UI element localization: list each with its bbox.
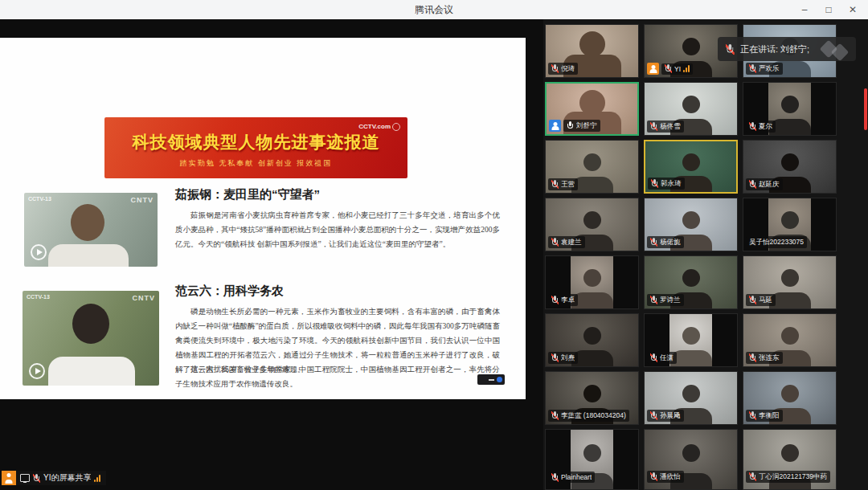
screen-icon (20, 474, 30, 482)
person-silhouette (48, 244, 129, 267)
participant-name: 刘舒宁 (576, 121, 597, 131)
person-silhouette (71, 204, 104, 241)
mic-muted-icon (651, 179, 658, 188)
mic-muted-icon (650, 472, 657, 481)
participant-tile[interactable]: 王营 (545, 140, 639, 194)
mic-muted-icon (749, 64, 756, 73)
shared-screen-stage: CCTV.com 科技领域典型人物先进事迹报道 踏实勤勉 无私奉献 创新创业 报… (0, 19, 543, 490)
person-silhouette (48, 357, 135, 386)
article2-title: 范云六：用科学务农 (175, 284, 284, 299)
mic-muted-icon (749, 180, 756, 189)
mic-muted-icon (551, 180, 559, 189)
cntv-watermark: CNTV (133, 294, 156, 302)
participant-name: 张连东 (759, 353, 780, 363)
participant-tile[interactable]: 倪琦 (545, 24, 639, 78)
participant-tile-selected[interactable]: 郭永琦 (644, 140, 738, 194)
banner-subtitle: 踏实勤勉 无私奉献 创新创业 报效祖国 (104, 158, 407, 169)
participant-tile[interactable]: 罗诗兰 (644, 255, 738, 309)
participant-name: 王营 (561, 180, 575, 190)
participant-tile[interactable]: 吴子怡202233075 (743, 198, 837, 251)
article2-video-thumbnail[interactable]: CCTV-13 CNTV (23, 291, 159, 386)
participant-name: YI (674, 65, 681, 73)
mic-on-icon (567, 121, 574, 130)
shared-document[interactable]: CCTV.com 科技领域典型人物先进事迹报道 踏实勤勉 无私奉献 创新创业 报… (0, 38, 526, 399)
participant-name: 李蕖蓝 (1804034204) (561, 411, 626, 421)
screen-share-indicator[interactable]: YI的屏幕共享 (2, 471, 106, 485)
mic-muted-icon (551, 353, 559, 362)
participant-name: 郭永琦 (661, 179, 682, 189)
mic-muted-icon (749, 472, 756, 481)
window-controls: – □ ✕ (792, 0, 865, 19)
participant-tile[interactable]: 潘欣怡 (644, 429, 738, 490)
participant-tile[interactable]: 丁心润202121739中药 (743, 429, 837, 490)
play-icon[interactable] (29, 363, 45, 379)
mic-muted-icon (650, 122, 657, 131)
mic-muted-icon (551, 238, 559, 247)
signal-bars-icon (94, 475, 100, 482)
participant-tile[interactable]: 任潇 (644, 313, 738, 367)
participant-name: 马延 (759, 296, 772, 305)
mic-muted-icon (650, 296, 657, 304)
mic-muted-icon (551, 411, 559, 420)
mic-muted-icon (551, 473, 559, 482)
participant-tile[interactable]: 杨偌旎 (644, 198, 738, 251)
help-icon (497, 377, 502, 382)
mic-muted-icon (650, 411, 657, 420)
participant-tile[interactable]: 夏尔 (743, 82, 837, 136)
cctv-logo: CCTV.com (358, 123, 400, 131)
mic-muted-icon (749, 122, 756, 131)
minimize-widget-icon (489, 379, 494, 381)
participant-tile-active-speaker[interactable]: 刘舒宁 (545, 82, 639, 136)
share-label: YI的屏幕共享 (43, 472, 91, 484)
video-controls-widget[interactable] (477, 374, 505, 385)
window-title: 腾讯会议 (415, 3, 453, 17)
cntv-watermark: CNTV (131, 196, 154, 204)
window-titlebar: 腾讯会议 – □ ✕ (0, 0, 868, 20)
participant-name: 李卓 (561, 296, 575, 305)
news-banner: CCTV.com 科技领域典型人物先进事迹报道 踏实勤勉 无私奉献 创新创业 报… (104, 117, 407, 178)
participant-tile[interactable]: 李卓 (545, 255, 639, 309)
mic-muted-icon (551, 64, 559, 73)
participant-name: 丁心润202121739中药 (759, 472, 827, 482)
mic-muted-icon (665, 64, 672, 73)
participant-name: 任潇 (660, 353, 674, 363)
mic-muted-icon (33, 474, 40, 483)
channel-label: CCTV-13 (27, 294, 50, 300)
participant-tile[interactable]: 杨佟雪 (644, 82, 738, 136)
speaking-notification: 正在讲话: 刘舒宁; (718, 37, 856, 61)
banner-title: 科技领域典型人物先进事迹报道 (104, 131, 407, 153)
member-icon (549, 120, 561, 132)
maximize-button[interactable]: □ (817, 0, 841, 19)
article1-paragraph: 茹振钢是河南省小麦抗病虫育种首席专家，他和小麦已经打了三十多年交道，培育出多个优… (175, 208, 500, 251)
play-icon[interactable] (31, 244, 47, 260)
mic-muted-icon (749, 411, 756, 420)
participant-tile[interactable]: 赵延庆 (743, 140, 837, 194)
article1-title: 茹振钢：麦田里的“守望者” (175, 187, 320, 202)
participant-tile[interactable]: 孙晨飏 (644, 371, 738, 425)
participant-tile[interactable]: Plainheart (545, 429, 639, 490)
signal-bars-icon (683, 65, 690, 72)
grid-scrollbar[interactable] (864, 88, 867, 130)
article2-paragraph: 范云六，85岁，分子生物学家，中国工程院院士，中国植物基因工程开创者之一，率先将… (175, 362, 500, 391)
article1-video-thumbnail[interactable]: CCTV-13 CNTV (24, 193, 158, 267)
participant-name: 严欢乐 (759, 64, 780, 74)
minimize-button[interactable]: – (792, 0, 817, 19)
participant-tile[interactable]: 刘焘 (545, 313, 639, 367)
mic-muted-icon (650, 353, 657, 362)
person-silhouette (72, 304, 109, 344)
participant-name: 赵延庆 (759, 180, 780, 190)
participant-tile[interactable]: 袁建兰 (545, 198, 639, 251)
presenter-icon (2, 471, 16, 485)
participant-tile[interactable]: 李蕖蓝 (1804034204) (545, 371, 639, 425)
participant-tile[interactable]: 李衡阳 (743, 371, 837, 425)
participant-name: 倪琦 (561, 64, 575, 74)
close-button[interactable]: ✕ (841, 0, 865, 19)
participant-tile[interactable]: 马延 (743, 255, 837, 309)
participant-name: Plainheart (561, 473, 592, 481)
participant-name: 吴子怡202233075 (749, 238, 804, 247)
participant-name: 罗诗兰 (660, 296, 681, 305)
mic-muted-icon (749, 296, 756, 304)
participant-tile[interactable]: 张连东 (743, 313, 837, 367)
participant-name: 杨偌旎 (660, 238, 681, 247)
mic-muted-icon (650, 238, 657, 247)
